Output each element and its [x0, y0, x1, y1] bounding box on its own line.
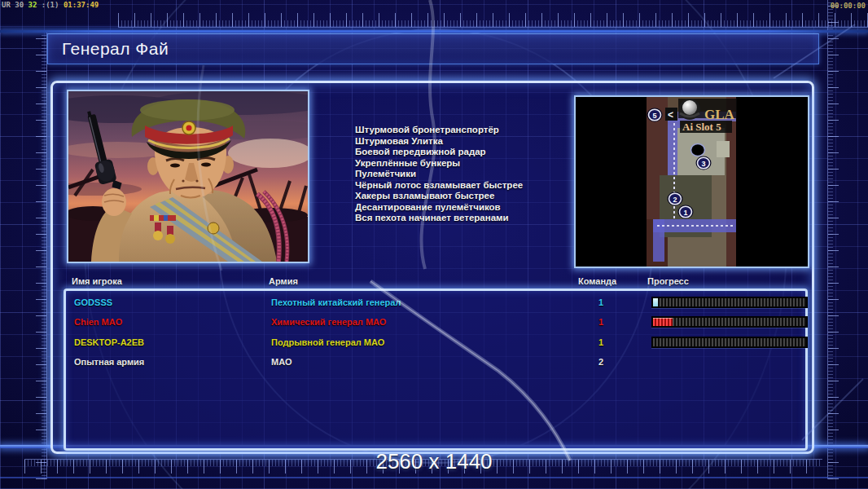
player-name: GODSSS: [74, 293, 112, 312]
table-row: DESKTOP-A2EBПодрывной генерал МАО1: [66, 333, 805, 352]
left-ruler: [36, 33, 47, 479]
marker-5: 5: [647, 108, 663, 122]
header-progress: Прогресс: [647, 276, 689, 286]
header-team: Команда: [578, 276, 616, 286]
player-name: DESKTOP-A2EB: [74, 333, 144, 352]
team-number: 1: [589, 293, 613, 312]
svg-text:2: 2: [673, 196, 677, 204]
general-portrait-svg: [68, 91, 308, 262]
table-row: Chien MAOХимический генерал МАО1: [66, 312, 805, 332]
slot-label: Ai Slot 5: [682, 121, 721, 133]
team-number: 1: [589, 312, 613, 332]
page-title: Генерал Фай: [62, 39, 169, 59]
debug-segment: 32: [28, 1, 42, 9]
army-name: МАО: [271, 352, 292, 372]
svg-text:3: 3: [701, 160, 705, 168]
top-divider-line: [0, 30, 868, 33]
marker-3: 3: [696, 156, 712, 170]
debug-readout: UR 30 32 :(1) 01:37:49: [2, 1, 99, 9]
ability-item: Боевой передвижной радар: [355, 147, 573, 158]
ability-item: Вся пехота начинает ветеранами: [355, 213, 573, 224]
right-ruler: [827, 0, 839, 479]
ability-item: Хакеры взламывают быстрее: [355, 191, 573, 202]
player-table-body: GODSSSПехотный китайский генерал1Chien M…: [64, 289, 808, 451]
ability-item: Штурмовая Улитка: [355, 136, 573, 148]
table-row: Опытная армияМАО2: [66, 352, 805, 372]
army-name: Химический генерал МАО: [271, 312, 386, 332]
ability-item: Пулемётчики: [355, 169, 573, 180]
svg-text:1: 1: [683, 209, 687, 217]
progress-fill: [653, 318, 673, 326]
bottom-edge-line: [0, 477, 868, 478]
ability-item: Штурмовой бронетранспортёр: [355, 125, 573, 136]
minimap: GLA Ai Slot 5 < 5 3: [574, 95, 809, 268]
progress-fill: [653, 298, 658, 306]
table-row: GODSSSПехотный китайский генерал1: [66, 293, 805, 312]
match-timer: 00:00:00: [831, 2, 866, 10]
progress-bar: [651, 297, 808, 308]
header-army: Армия: [269, 276, 298, 286]
svg-text:5: 5: [652, 112, 656, 120]
abilities-list: Штурмовой бронетранспортёрШтурмовая Улит…: [355, 125, 573, 224]
marker-1: 1: [678, 205, 694, 219]
header-player-name: Имя игрока: [72, 276, 122, 286]
player-name: Опытная армия: [74, 352, 144, 372]
title-bar: Генерал Фай: [47, 33, 819, 64]
progress-bar: [651, 316, 808, 328]
debug-segment: :(1): [42, 1, 64, 9]
player-name: Chien MAO: [74, 312, 122, 332]
collapse-arrow-icon[interactable]: <: [668, 109, 673, 121]
army-name: Пехотный китайский генерал: [271, 293, 401, 312]
team-number: 2: [589, 352, 613, 372]
progress-bar: [651, 337, 808, 348]
minimap-svg: GLA Ai Slot 5 < 5 3: [576, 97, 808, 267]
debug-segment: 01:37:49: [64, 1, 99, 9]
ability-item: Чёрный лотос взламывает быстрее: [355, 180, 573, 192]
marker-2: 2: [668, 192, 683, 206]
marker-dot: [691, 144, 705, 156]
team-number: 1: [589, 333, 613, 352]
top-ruler: [118, 13, 868, 28]
ability-item: Десантирование пулемётчиков: [355, 202, 573, 214]
army-name: Подрывной генерал МАО: [271, 333, 384, 352]
debug-segment: UR 30: [2, 1, 28, 9]
general-portrait: [67, 90, 309, 263]
resolution-label: 2560 x 1440: [0, 449, 868, 474]
loading-screen: UR 30 32 :(1) 01:37:49 00:00:00 Генерал …: [0, 0, 868, 489]
ability-item: Укреплённые бункеры: [355, 158, 573, 170]
